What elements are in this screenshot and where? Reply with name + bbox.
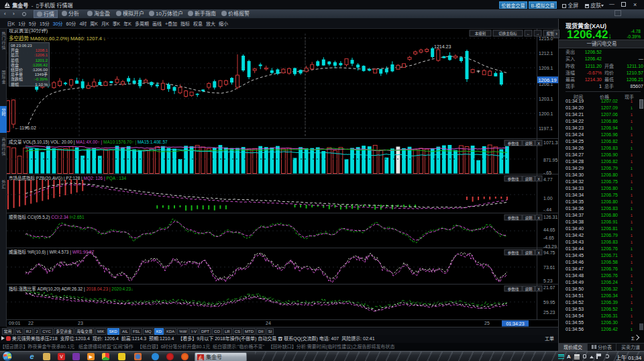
svg-text:871.95: 871.95 [543,158,558,162]
svg-text:X: X [537,251,540,255]
svg-text:1214.23: 1214.23 [434,44,451,49]
svg-text:22: 22 [28,321,34,325]
svg-text:1209.1: 1209.1 [539,66,553,70]
svg-text:←1196.02: ←1196.02 [15,125,36,130]
svg-text:现货黄金(30分钟): 现货黄金(30分钟) [9,29,48,34]
svg-text:参数线: 参数线 [508,215,519,221]
svg-text:94.75: 94.75 [543,250,555,255]
svg-text:4.77: 4.77 [543,177,553,182]
svg-text:指标:涨跌比率 ADR(10,20) ADR:26.32 |: 指标:涨跌比率 ADR(10,20) ADR:26.32 | 2018.04.2… [9,286,133,292]
svg-text:25: 25 [484,321,490,325]
svg-text:多空趋势 MA60(c,60,2.0%) MA60: 12: 多空趋势 MA60(c,60,2.0%) MA60: 1207.4 ↓ [9,35,106,42]
svg-text:参数线: 参数线 [508,176,519,182]
svg-text:-43.29: -43.29 [543,244,557,249]
svg-text:成交量 VOL(5,10,15) VOL: 20.00 |: 成交量 VOL(5,10,15) VOL: 20.00 | MA1:4X.00↑… [9,139,168,145]
svg-text:59.95: 59.95 [543,300,555,305]
svg-text:44.65: 44.65 [543,227,555,232]
svg-text:切换主指标: 切换主指标 [498,31,517,36]
svg-text:73.61: 73.61 [543,265,555,270]
svg-text:参数线: 参数线 [508,250,519,256]
svg-text:21.67: 21.67 [543,285,555,290]
svg-text:01:34:23: 01:34:23 [506,321,524,326]
svg-text:1215.0: 1215.0 [539,36,553,41]
svg-text:1.00: 1.00 [543,196,553,201]
svg-text:X: X [537,177,540,181]
svg-text:顺势指标 CCI(05.5,2) CCI:2.34 I=2: 顺势指标 CCI(05.5,2) CCI:2.34 I=2.651 [9,214,85,220]
svg-text:参数线: 参数线 [508,287,519,292]
svg-text:X: X [537,142,540,146]
svg-text:-.44: -.44 [543,207,551,212]
svg-text:1200.1: 1200.1 [539,111,553,116]
svg-text:-.65: -.65 [543,170,551,175]
svg-text:本级别: 本级别 [475,31,486,36]
svg-text:说明: 说明 [525,141,533,146]
svg-text:-4.65: -4.65 [543,236,554,240]
svg-text:X: X [537,216,540,220]
svg-text:25.23: 25.23 [543,310,555,315]
svg-text:市场品质指标 PZB(20,AVG) | PZ:128 |: 市场品质指标 PZB(20,AVG) | PZ:128 | MQ2: 126 |… [9,175,126,181]
svg-text:←: ← [527,32,531,36]
svg-text:09:01: 09:01 [9,321,21,325]
svg-text:说明: 说明 [525,287,533,292]
svg-text:24: 24 [266,321,271,325]
svg-text:23: 23 [78,321,83,325]
svg-text:1203.1: 1203.1 [539,97,553,101]
svg-text:威廉指标 %R(10,6) | WR:4.573 | WR1: 威廉指标 %R(10,6) | WR:4.573 | WR1:90.97 [9,249,95,255]
svg-text:说明: 说明 [525,215,533,221]
svg-text:1197.1: 1197.1 [539,126,553,131]
svg-text:说明: 说明 [525,250,533,256]
svg-text:126.31: 126.31 [543,215,558,219]
svg-text:1206.19: 1206.19 [538,77,556,83]
svg-text:参数线: 参数线 [508,141,519,146]
svg-text:→: → [536,32,540,36]
svg-text:5.23: 5.23 [543,278,553,283]
svg-text:说明: 说明 [525,176,533,182]
svg-text:1212.1: 1212.1 [539,51,553,56]
svg-text:1071.33: 1071.33 [543,140,558,145]
svg-text:X: X [537,287,540,291]
